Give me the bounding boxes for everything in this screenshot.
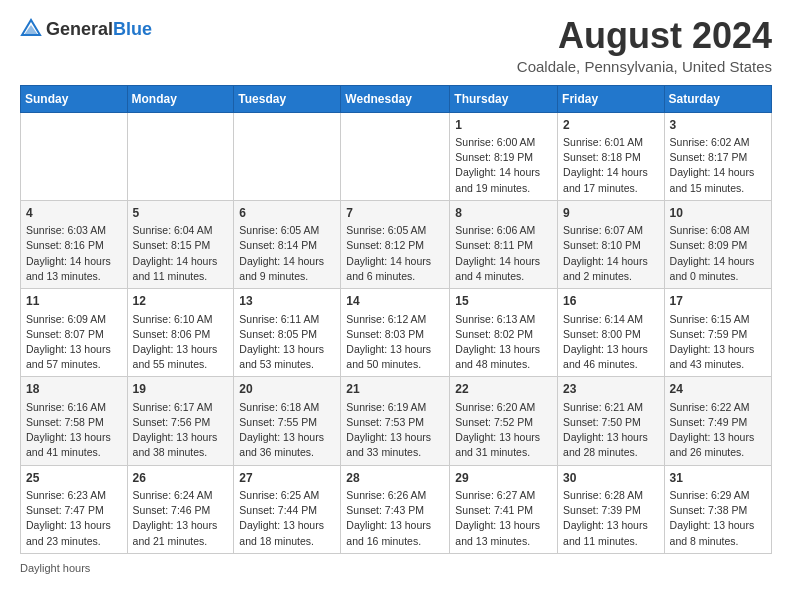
day-data: Daylight: 13 hours and 43 minutes.	[670, 342, 766, 372]
calendar-week-row: 1Sunrise: 6:00 AMSunset: 8:19 PMDaylight…	[21, 112, 772, 200]
calendar-cell	[341, 112, 450, 200]
calendar-cell: 19Sunrise: 6:17 AMSunset: 7:56 PMDayligh…	[127, 377, 234, 465]
day-data: Daylight: 13 hours and 50 minutes.	[346, 342, 444, 372]
day-data: Daylight: 14 hours and 19 minutes.	[455, 165, 552, 195]
day-data: Daylight: 13 hours and 57 minutes.	[26, 342, 122, 372]
day-number: 11	[26, 293, 122, 310]
daylight-hours-label: Daylight hours	[20, 562, 90, 574]
day-number: 4	[26, 205, 122, 222]
calendar-week-row: 25Sunrise: 6:23 AMSunset: 7:47 PMDayligh…	[21, 465, 772, 553]
calendar-cell: 22Sunrise: 6:20 AMSunset: 7:52 PMDayligh…	[450, 377, 558, 465]
day-data: Sunset: 7:55 PM	[239, 415, 335, 430]
day-number: 26	[133, 470, 229, 487]
day-data: Daylight: 14 hours and 15 minutes.	[670, 165, 766, 195]
day-number: 27	[239, 470, 335, 487]
day-data: Sunset: 7:58 PM	[26, 415, 122, 430]
day-number: 24	[670, 381, 766, 398]
day-data: Sunset: 8:12 PM	[346, 238, 444, 253]
calendar-cell: 21Sunrise: 6:19 AMSunset: 7:53 PMDayligh…	[341, 377, 450, 465]
day-data: Daylight: 14 hours and 2 minutes.	[563, 254, 659, 284]
day-data: Sunset: 8:11 PM	[455, 238, 552, 253]
day-data: Daylight: 13 hours and 55 minutes.	[133, 342, 229, 372]
day-data: Sunrise: 6:21 AM	[563, 400, 659, 415]
day-data: Sunrise: 6:16 AM	[26, 400, 122, 415]
day-data: Sunrise: 6:12 AM	[346, 312, 444, 327]
day-data: Daylight: 13 hours and 53 minutes.	[239, 342, 335, 372]
day-data: Sunset: 8:19 PM	[455, 150, 552, 165]
day-data: Daylight: 13 hours and 8 minutes.	[670, 518, 766, 548]
day-data: Daylight: 14 hours and 9 minutes.	[239, 254, 335, 284]
day-data: Sunset: 8:18 PM	[563, 150, 659, 165]
day-data: Daylight: 14 hours and 11 minutes.	[133, 254, 229, 284]
logo-general: General	[46, 20, 113, 38]
day-data: Sunset: 7:52 PM	[455, 415, 552, 430]
day-number: 8	[455, 205, 552, 222]
day-data: Sunrise: 6:03 AM	[26, 223, 122, 238]
day-data: Sunset: 7:38 PM	[670, 503, 766, 518]
day-data: Sunrise: 6:05 AM	[346, 223, 444, 238]
day-data: Daylight: 13 hours and 23 minutes.	[26, 518, 122, 548]
day-number: 13	[239, 293, 335, 310]
day-number: 5	[133, 205, 229, 222]
day-data: Daylight: 13 hours and 28 minutes.	[563, 430, 659, 460]
calendar-cell	[21, 112, 128, 200]
col-header-thursday: Thursday	[450, 85, 558, 112]
calendar-cell: 11Sunrise: 6:09 AMSunset: 8:07 PMDayligh…	[21, 289, 128, 377]
day-number: 14	[346, 293, 444, 310]
day-number: 3	[670, 117, 766, 134]
calendar-cell: 13Sunrise: 6:11 AMSunset: 8:05 PMDayligh…	[234, 289, 341, 377]
calendar-cell: 16Sunrise: 6:14 AMSunset: 8:00 PMDayligh…	[558, 289, 665, 377]
calendar-cell	[127, 112, 234, 200]
day-data: Daylight: 13 hours and 21 minutes.	[133, 518, 229, 548]
day-data: Sunset: 7:39 PM	[563, 503, 659, 518]
col-header-sunday: Sunday	[21, 85, 128, 112]
day-data: Sunset: 7:59 PM	[670, 327, 766, 342]
calendar-header-row: SundayMondayTuesdayWednesdayThursdayFrid…	[21, 85, 772, 112]
calendar-cell: 18Sunrise: 6:16 AMSunset: 7:58 PMDayligh…	[21, 377, 128, 465]
day-data: Sunrise: 6:02 AM	[670, 135, 766, 150]
day-data: Sunset: 7:49 PM	[670, 415, 766, 430]
day-number: 16	[563, 293, 659, 310]
day-data: Sunrise: 6:27 AM	[455, 488, 552, 503]
main-title: August 2024	[517, 16, 772, 56]
calendar-cell: 5Sunrise: 6:04 AMSunset: 8:15 PMDaylight…	[127, 200, 234, 288]
day-data: Daylight: 14 hours and 4 minutes.	[455, 254, 552, 284]
col-header-friday: Friday	[558, 85, 665, 112]
day-data: Sunrise: 6:26 AM	[346, 488, 444, 503]
calendar-cell: 2Sunrise: 6:01 AMSunset: 8:18 PMDaylight…	[558, 112, 665, 200]
day-data: Sunrise: 6:13 AM	[455, 312, 552, 327]
day-data: Daylight: 13 hours and 13 minutes.	[455, 518, 552, 548]
calendar-cell: 4Sunrise: 6:03 AMSunset: 8:16 PMDaylight…	[21, 200, 128, 288]
day-number: 29	[455, 470, 552, 487]
day-data: Sunrise: 6:05 AM	[239, 223, 335, 238]
day-data: Sunrise: 6:10 AM	[133, 312, 229, 327]
day-data: Daylight: 13 hours and 38 minutes.	[133, 430, 229, 460]
day-data: Sunset: 8:03 PM	[346, 327, 444, 342]
col-header-monday: Monday	[127, 85, 234, 112]
calendar-cell	[234, 112, 341, 200]
day-data: Sunset: 7:43 PM	[346, 503, 444, 518]
calendar-cell: 12Sunrise: 6:10 AMSunset: 8:06 PMDayligh…	[127, 289, 234, 377]
calendar-cell: 1Sunrise: 6:00 AMSunset: 8:19 PMDaylight…	[450, 112, 558, 200]
day-data: Sunset: 7:53 PM	[346, 415, 444, 430]
subtitle: Coaldale, Pennsylvania, United States	[517, 58, 772, 75]
day-number: 10	[670, 205, 766, 222]
col-header-tuesday: Tuesday	[234, 85, 341, 112]
calendar-cell: 7Sunrise: 6:05 AMSunset: 8:12 PMDaylight…	[341, 200, 450, 288]
calendar-cell: 17Sunrise: 6:15 AMSunset: 7:59 PMDayligh…	[664, 289, 771, 377]
day-data: Sunrise: 6:08 AM	[670, 223, 766, 238]
day-data: Daylight: 13 hours and 16 minutes.	[346, 518, 444, 548]
day-data: Daylight: 13 hours and 46 minutes.	[563, 342, 659, 372]
calendar-cell: 15Sunrise: 6:13 AMSunset: 8:02 PMDayligh…	[450, 289, 558, 377]
day-data: Sunrise: 6:18 AM	[239, 400, 335, 415]
day-number: 7	[346, 205, 444, 222]
day-number: 20	[239, 381, 335, 398]
col-header-wednesday: Wednesday	[341, 85, 450, 112]
calendar-cell: 26Sunrise: 6:24 AMSunset: 7:46 PMDayligh…	[127, 465, 234, 553]
calendar-table: SundayMondayTuesdayWednesdayThursdayFrid…	[20, 85, 772, 554]
day-data: Sunrise: 6:23 AM	[26, 488, 122, 503]
day-data: Sunset: 8:10 PM	[563, 238, 659, 253]
logo-text: GeneralBlue	[46, 20, 152, 38]
day-number: 6	[239, 205, 335, 222]
day-data: Sunrise: 6:14 AM	[563, 312, 659, 327]
